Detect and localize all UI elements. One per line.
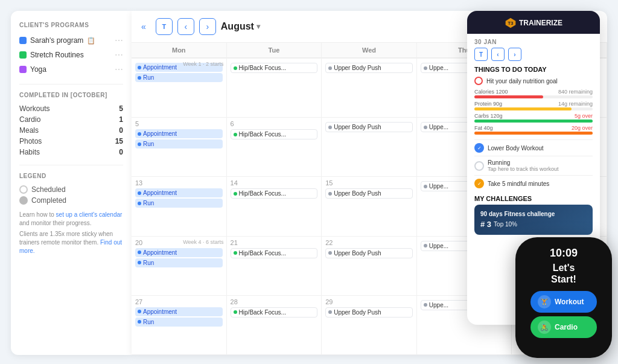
event-run-w2-d0-1[interactable]: Run bbox=[135, 199, 223, 208]
workout-icon: 🏋 bbox=[538, 295, 551, 308]
stat-label-1: Cardio bbox=[19, 115, 40, 124]
mobile-next-btn[interactable]: › bbox=[508, 48, 521, 61]
calendar-link[interactable]: set up a client's calendar bbox=[56, 211, 123, 218]
dot-blue bbox=[138, 66, 141, 69]
program-color-0 bbox=[19, 37, 27, 44]
stat-label-2: Meals bbox=[19, 126, 39, 135]
nutrition-bar-track-3 bbox=[474, 132, 593, 135]
nutrition-bar-track-2 bbox=[474, 120, 593, 123]
event-workout-w3-d1-0[interactable]: Hip/Back Focus... bbox=[231, 248, 318, 258]
program-item-1[interactable]: Stretch Routines ⋯ bbox=[19, 48, 123, 62]
stat-label-0: Workouts bbox=[19, 104, 49, 113]
program-menu-2[interactable]: ⋯ bbox=[115, 65, 123, 74]
watch-heading: Let'sStart! bbox=[551, 262, 576, 285]
day-cell-w4-d1[interactable]: 28Hip/Back Focus... bbox=[227, 296, 322, 355]
todo-text-1: Running Tap here to track this workout bbox=[488, 159, 559, 172]
day-cell-w1-d1[interactable]: 6Hip/Back Focus... bbox=[227, 118, 322, 177]
event-run-w0-d0-1[interactable]: Run bbox=[135, 73, 223, 82]
day-cell-w2-d2[interactable]: 15Upper Body Push bbox=[322, 177, 417, 236]
day-number-w3-d1: 21 bbox=[231, 239, 318, 246]
next-month-button[interactable]: › bbox=[199, 18, 216, 35]
event-appointment-w4-d0-0[interactable]: Appointment bbox=[135, 307, 223, 316]
nutrition-bars: Calories 1200 840 remaining Protein 90g … bbox=[474, 89, 593, 135]
nutrition-bar-fill-3 bbox=[474, 132, 593, 135]
prev-month-button[interactable]: ‹ bbox=[177, 18, 194, 35]
challenge-card[interactable]: 90 days Fitness challenge # 3 Top 10% bbox=[474, 205, 593, 235]
day-cell-w0-d0[interactable]: Week 1 · 2 startsAppointmentRun bbox=[132, 59, 227, 118]
collapse-icon[interactable]: « bbox=[141, 22, 146, 31]
program-name-2: Yoga bbox=[30, 65, 46, 74]
todo-icon-0: ✓ bbox=[474, 143, 484, 153]
sidebar-note-1: Learn how to set up a client's calendar … bbox=[19, 211, 123, 228]
nutrition-header: Hit your daily nutrition goal bbox=[474, 77, 593, 85]
day-cell-w0-d1[interactable]: Hip/Back Focus... bbox=[227, 59, 322, 118]
watch-workout-button[interactable]: 🏋 Workout bbox=[530, 291, 597, 313]
event-workout-w4-d1-0[interactable]: Hip/Back Focus... bbox=[231, 307, 318, 318]
stat-value-4: 0 bbox=[119, 148, 123, 156]
dot-gray bbox=[328, 192, 332, 196]
todo-icon-1 bbox=[474, 161, 484, 171]
cardio-label: Cardio bbox=[555, 323, 578, 331]
day-header-mon: Mon bbox=[132, 43, 227, 58]
nutrition-bar-row-2: Carbs 120g 5g over bbox=[474, 113, 593, 123]
challenge-title: 90 days Fitness challenge bbox=[480, 211, 587, 217]
todo-item-2[interactable]: ✓ Take 5 mindful minutes bbox=[474, 175, 593, 191]
event-run-w4-d0-1[interactable]: Run bbox=[135, 318, 223, 327]
legend-completed: Completed bbox=[19, 195, 123, 206]
event-workout-w1-d2-0[interactable]: Upper Body Push bbox=[325, 122, 413, 132]
program-menu-1[interactable]: ⋯ bbox=[115, 50, 123, 60]
today-button[interactable]: T bbox=[156, 18, 173, 35]
event-workout-w0-d2-0[interactable]: Upper Body Push bbox=[325, 63, 413, 73]
nutrition-bar-fill-1 bbox=[474, 107, 572, 110]
mobile-today-btn[interactable]: T bbox=[474, 48, 488, 61]
event-workout-w4-d2-0[interactable]: Upper Body Push bbox=[325, 307, 413, 318]
todo-item-1[interactable]: Running Tap here to track this workout bbox=[474, 156, 593, 175]
stat-value-1: 1 bbox=[119, 115, 123, 124]
event-run-w1-d0-1[interactable]: Run bbox=[135, 139, 223, 148]
programs-section-title: CLIENT'S PROGRAMS bbox=[19, 22, 123, 28]
day-number-w2-d1: 14 bbox=[231, 179, 318, 187]
dot-blue bbox=[138, 191, 141, 195]
mobile-nav: T ‹ › bbox=[467, 48, 600, 63]
program-item-0[interactable]: Sarah's program 📋 ⋯ bbox=[19, 33, 123, 48]
dot-gray bbox=[328, 66, 332, 70]
mobile-prev-btn[interactable]: ‹ bbox=[491, 48, 505, 61]
day-cell-w1-d2[interactable]: Upper Body Push bbox=[322, 118, 417, 177]
event-workout-w0-d1-0[interactable]: Hip/Back Focus... bbox=[231, 63, 318, 73]
event-workout-w2-d1-0[interactable]: Hip/Back Focus... bbox=[231, 188, 318, 199]
month-title[interactable]: August ▾ bbox=[221, 21, 260, 32]
program-item-left-2: Yoga bbox=[19, 65, 46, 74]
program-item-left-1: Stretch Routines bbox=[19, 51, 84, 59]
day-cell-w3-d2[interactable]: 22Upper Body Push bbox=[322, 237, 417, 296]
day-cell-w3-d1[interactable]: 21Hip/Back Focus... bbox=[227, 237, 322, 296]
stats-list: Workouts5Cardio1Meals0Photos15Habits0 bbox=[19, 103, 123, 158]
event-run-w3-d0-1[interactable]: Run bbox=[135, 258, 223, 267]
event-appointment-w2-d0-0[interactable]: Appointment bbox=[135, 188, 223, 197]
nutrition-circle-icon bbox=[474, 77, 483, 85]
day-cell-w2-d1[interactable]: 14Hip/Back Focus... bbox=[227, 177, 322, 236]
watch-cardio-button[interactable]: 🚴 Cardio bbox=[530, 316, 597, 338]
day-cell-w2-d0[interactable]: 13AppointmentRun bbox=[132, 177, 227, 236]
day-cell-w4-d0[interactable]: 27AppointmentRun bbox=[132, 296, 227, 355]
day-cell-w4-d2[interactable]: 29Upper Body Push bbox=[322, 296, 417, 355]
watch-panel: 10:09 Let'sStart! 🏋 Workout 🚴 Cardio bbox=[515, 237, 612, 358]
mobile-date: 30 JAN bbox=[467, 34, 600, 48]
day-number-w2-d0: 13 bbox=[135, 179, 223, 187]
event-appointment-w1-d0-0[interactable]: Appointment bbox=[135, 129, 223, 138]
event-workout-w2-d2-0[interactable]: Upper Body Push bbox=[325, 188, 413, 199]
programs-list: Sarah's program 📋 ⋯ Stretch Routines ⋯ Y… bbox=[19, 33, 123, 77]
challenges-title: MY CHALLENGES bbox=[474, 191, 593, 205]
todo-text-2: Take 5 mindful minutes bbox=[488, 180, 549, 187]
day-cell-w0-d2[interactable]: Upper Body Push bbox=[322, 59, 417, 118]
event-appointment-w3-d0-0[interactable]: Appointment bbox=[135, 248, 223, 257]
todo-item-0[interactable]: ✓ Lower Body Workout bbox=[474, 139, 593, 156]
program-item-2[interactable]: Yoga ⋯ bbox=[19, 62, 123, 77]
main-container: CLIENT'S PROGRAMS Sarah's program 📋 ⋯ St… bbox=[0, 0, 618, 364]
program-menu-0[interactable]: ⋯ bbox=[115, 36, 123, 45]
event-workout-w3-d2-0[interactable]: Upper Body Push bbox=[325, 248, 413, 258]
event-workout-w1-d1-0[interactable]: Hip/Back Focus... bbox=[231, 129, 318, 139]
legend-scheduled: Scheduled bbox=[19, 184, 123, 195]
day-cell-w3-d0[interactable]: 20Week 4 · 6 startsAppointmentRun bbox=[132, 237, 227, 296]
day-cell-w1-d0[interactable]: 5AppointmentRun bbox=[132, 118, 227, 177]
nutrition-bar-row-3: Fat 40g 20g over bbox=[474, 125, 593, 135]
